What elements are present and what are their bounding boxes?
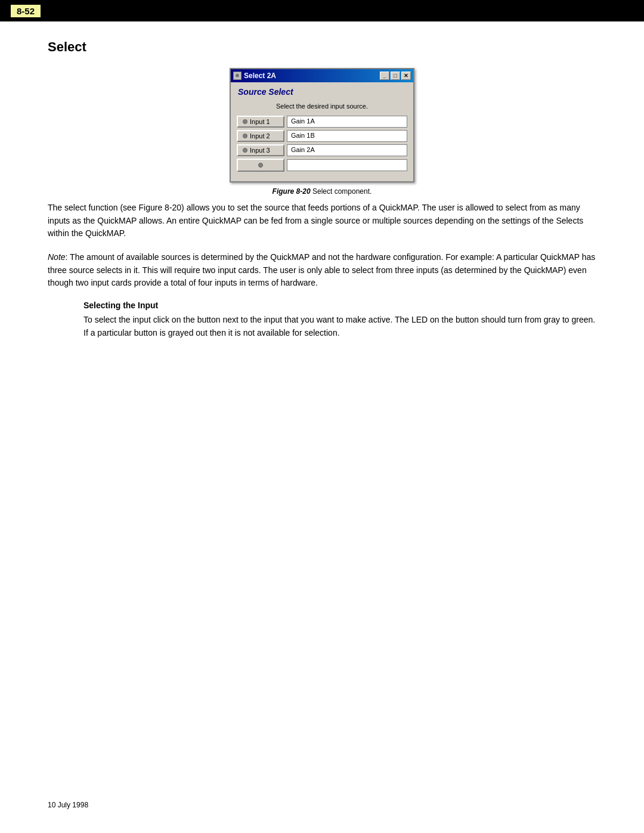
dialog-body: Source Select Select the desired input s… xyxy=(231,82,413,181)
main-content: Select ⊞ Select 2A _ □ ✕ Source S xyxy=(0,21,644,386)
input-button-1[interactable]: Input 1 xyxy=(237,116,284,128)
figure-caption-text: Select component. xyxy=(311,187,372,196)
input-label-3: Input 3 xyxy=(250,147,270,154)
led-dot-2 xyxy=(243,134,247,138)
input-label-2: Input 2 xyxy=(250,132,270,140)
figure-caption-bold-em: Figure 8-20 xyxy=(273,187,311,196)
gain-cell-3: Gain 2A xyxy=(287,144,407,156)
indented-section: Selecting the Input To select the input … xyxy=(48,301,596,339)
dialog-title-text: Select 2A xyxy=(244,72,276,80)
minimize-button[interactable]: _ xyxy=(380,72,389,80)
input-button-3[interactable]: Input 3 xyxy=(237,144,284,156)
dialog-subtitle: Source Select xyxy=(237,87,407,97)
note-label: Note xyxy=(48,252,66,262)
section-heading: Select xyxy=(48,39,596,55)
note-body: : The amount of available sources is det… xyxy=(48,252,595,287)
led-dot-1 xyxy=(243,119,247,124)
input-row-4 xyxy=(237,159,407,172)
input-button-4[interactable] xyxy=(237,159,284,172)
subheading: Selecting the Input xyxy=(83,301,596,310)
gain-cell-4 xyxy=(287,159,407,171)
dialog-title-buttons: _ □ ✕ xyxy=(380,72,411,80)
page-number: 8-52 xyxy=(11,5,41,17)
input-row-3: Input 3 Gain 2A xyxy=(237,144,407,156)
footer: 10 July 1998 xyxy=(48,801,88,809)
dialog-title-icon: ⊞ xyxy=(233,72,242,80)
dialog-title-left: ⊞ Select 2A xyxy=(233,72,276,80)
body-paragraph-2: Note: The amount of available sources is… xyxy=(48,251,596,290)
maximize-button[interactable]: □ xyxy=(391,72,400,80)
dialog-titlebar: ⊞ Select 2A _ □ ✕ xyxy=(231,69,413,82)
figure-caption: Figure 8-20 Select component. xyxy=(273,187,372,196)
led-dot-4 xyxy=(258,163,263,168)
gain-cell-2: Gain 1B xyxy=(287,130,407,142)
input-label-1: Input 1 xyxy=(250,118,270,125)
input-button-2[interactable]: Input 2 xyxy=(237,130,284,142)
top-bar: 8-52 xyxy=(0,0,644,21)
gain-cell-1: Gain 1A xyxy=(287,116,407,128)
close-button[interactable]: ✕ xyxy=(401,72,411,80)
figure-caption-bold: Figure 8-20 xyxy=(273,187,311,196)
dialog-window: ⊞ Select 2A _ □ ✕ Source Select Select t… xyxy=(230,68,414,182)
input-row-2: Input 2 Gain 1B xyxy=(237,130,407,142)
input-rows: Input 1 Gain 1A Input 2 Gain 1B xyxy=(237,116,407,172)
dialog-description: Select the desired input source. xyxy=(237,103,407,110)
subheading-body: To select the input click on the button … xyxy=(83,314,596,339)
footer-date: 10 July 1998 xyxy=(48,801,88,809)
dialog-container: ⊞ Select 2A _ □ ✕ Source Select Select t… xyxy=(48,68,596,196)
input-row-1: Input 1 Gain 1A xyxy=(237,116,407,128)
body-paragraph-1: The select function (see Figure 8-20) al… xyxy=(48,202,596,240)
led-dot-3 xyxy=(243,148,247,153)
